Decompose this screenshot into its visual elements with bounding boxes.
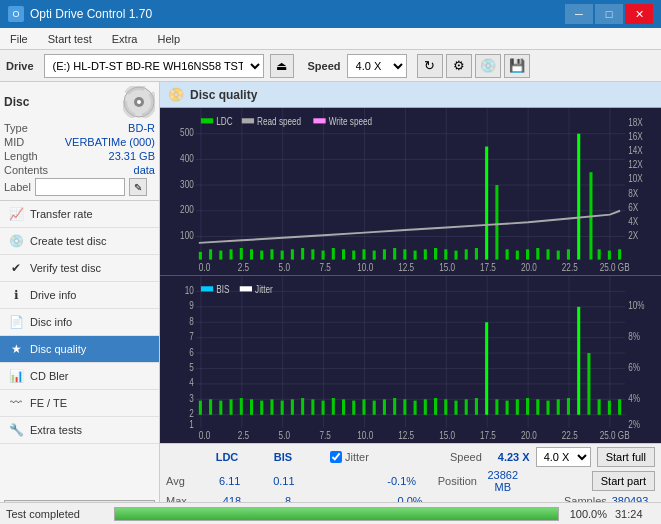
svg-rect-120	[250, 399, 253, 414]
svg-text:0.0: 0.0	[199, 430, 210, 441]
app-title: Opti Drive Control 1.70	[30, 7, 152, 21]
svg-text:10: 10	[185, 285, 194, 296]
nav-disc-info[interactable]: 📄 Disc info	[0, 309, 159, 336]
nav-create-test-disc[interactable]: 💿 Create test disc	[0, 228, 159, 255]
minimize-button[interactable]: ─	[565, 4, 593, 24]
start-full-button[interactable]: Start full	[597, 447, 655, 467]
save-button[interactable]: 💾	[504, 54, 530, 78]
svg-rect-116	[209, 399, 212, 414]
svg-rect-29	[281, 251, 284, 260]
svg-rect-136	[414, 401, 417, 415]
svg-rect-146	[516, 399, 519, 414]
maximize-button[interactable]: □	[595, 4, 623, 24]
svg-rect-51	[465, 249, 468, 259]
menu-start-test[interactable]: Start test	[42, 31, 98, 47]
right-panel: 📀 Disc quality	[160, 82, 661, 524]
jitter-checkbox[interactable]	[330, 451, 342, 463]
chart2-svg: 10 9 8 7 6 5 4 3 2 1 10% 8% 6% 4% 2%	[160, 276, 661, 443]
speed-select[interactable]: 4.0 X	[347, 54, 407, 78]
nav-drive-info[interactable]: ℹ Drive info	[0, 282, 159, 309]
menu-extra[interactable]: Extra	[106, 31, 144, 47]
nav-extra-tests[interactable]: 🔧 Extra tests	[0, 417, 159, 444]
svg-text:BIS: BIS	[216, 284, 229, 295]
progress-fill	[115, 508, 558, 520]
svg-rect-137	[424, 399, 427, 414]
sidebar: Disc Type BD-R MID VERBATIMe (000) Lengt…	[0, 82, 160, 524]
panel-title: Disc quality	[190, 88, 257, 102]
menu-help[interactable]: Help	[151, 31, 186, 47]
label-input[interactable]	[35, 178, 125, 196]
disc-panel: Disc Type BD-R MID VERBATIMe (000) Lengt…	[0, 82, 159, 201]
svg-text:7.5: 7.5	[320, 430, 331, 441]
svg-rect-94	[160, 276, 661, 443]
svg-text:1: 1	[189, 419, 194, 430]
nav-verify-test-disc[interactable]: ✔ Verify test disc	[0, 255, 159, 282]
svg-text:LDC: LDC	[216, 116, 233, 127]
app-icon: O	[8, 6, 24, 22]
svg-rect-143	[485, 322, 488, 414]
svg-rect-48	[434, 248, 437, 260]
cd-bler-icon: 📊	[8, 368, 24, 384]
svg-text:15.0: 15.0	[439, 262, 455, 273]
label-edit-button[interactable]: ✎	[129, 178, 147, 196]
svg-rect-42	[373, 251, 376, 260]
avg-bis: 0.11	[260, 475, 308, 487]
svg-rect-35	[342, 249, 345, 259]
menu-file[interactable]: File	[4, 31, 34, 47]
svg-text:2X: 2X	[628, 230, 638, 241]
position-value: 23862 MB	[479, 469, 527, 493]
main-layout: Disc Type BD-R MID VERBATIMe (000) Lengt…	[0, 82, 661, 524]
drive-select[interactable]: (E:) HL-DT-ST BD-RE WH16NS58 TST4	[44, 54, 264, 78]
svg-rect-36	[352, 251, 355, 260]
svg-text:4: 4	[189, 378, 194, 389]
svg-rect-92	[313, 118, 325, 123]
nav-fe-te[interactable]: 〰 FE / TE	[0, 390, 159, 417]
svg-rect-30	[291, 249, 294, 259]
svg-text:12X: 12X	[628, 160, 643, 171]
svg-rect-38	[495, 185, 498, 260]
svg-rect-149	[546, 401, 549, 415]
svg-text:0.0: 0.0	[199, 262, 210, 273]
disc-quality-icon: ★	[8, 341, 24, 357]
speed-select-stats[interactable]: 4.0 X	[536, 447, 591, 467]
nav-cd-bler[interactable]: 📊 CD Bler	[0, 363, 159, 390]
svg-text:10.0: 10.0	[357, 262, 373, 273]
svg-text:25.0 GB: 25.0 GB	[600, 262, 630, 273]
status-text: Test completed	[6, 508, 106, 520]
svg-rect-23	[219, 251, 222, 260]
speed-label: Speed	[308, 60, 341, 72]
svg-text:5: 5	[189, 362, 194, 373]
svg-rect-134	[393, 398, 396, 415]
stats-avg-row: Avg 6.11 0.11 -0.1% Position 23862 MB St…	[166, 469, 655, 493]
close-button[interactable]: ✕	[625, 4, 653, 24]
disc-info-label: Disc info	[30, 316, 72, 328]
nav-transfer-rate[interactable]: 📈 Transfer rate	[0, 201, 159, 228]
svg-rect-44	[393, 248, 396, 260]
avg-ldc: 6.11	[206, 475, 254, 487]
svg-text:6: 6	[189, 347, 194, 358]
svg-rect-141	[465, 399, 468, 414]
svg-rect-37	[485, 147, 488, 260]
chart1-svg: 500 400 300 200 100 18X 16X 14X 12X 10X …	[160, 108, 661, 275]
svg-rect-53	[506, 249, 509, 259]
svg-rect-90	[242, 118, 254, 123]
svg-rect-46	[414, 251, 417, 260]
start-part-button[interactable]: Start part	[592, 471, 655, 491]
eject-button[interactable]: ⏏	[270, 54, 294, 78]
refresh-button[interactable]: ↻	[417, 54, 443, 78]
disc-icon	[123, 86, 155, 118]
svg-rect-129	[342, 399, 345, 414]
nav-disc-quality[interactable]: ★ Disc quality	[0, 336, 159, 363]
svg-text:7.5: 7.5	[320, 262, 331, 273]
svg-text:12.5: 12.5	[398, 430, 414, 441]
disc-button[interactable]: 💿	[475, 54, 501, 78]
settings-button[interactable]: ⚙	[446, 54, 472, 78]
svg-rect-150	[557, 399, 560, 414]
svg-text:Read speed: Read speed	[257, 116, 301, 127]
svg-rect-122	[270, 399, 273, 414]
disc-quality-label: Disc quality	[30, 343, 86, 355]
svg-text:6X: 6X	[628, 202, 638, 213]
verify-test-disc-label: Verify test disc	[30, 262, 101, 274]
svg-text:2.5: 2.5	[238, 430, 249, 441]
svg-rect-57	[546, 249, 549, 259]
